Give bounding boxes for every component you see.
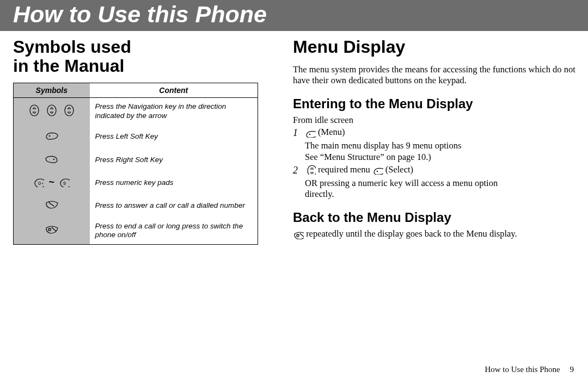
nav-key-icon: [62, 104, 76, 116]
left-soft-key-icon: [305, 128, 316, 138]
step-2-after-line2: directly.: [305, 189, 334, 199]
right-soft-key-icon: [45, 153, 59, 165]
symbols-heading: Symbols used in the Manual: [13, 38, 274, 75]
table-row: ~ Press numeric key pads: [14, 172, 258, 194]
symbols-heading-line1: Symbols used: [13, 37, 131, 57]
nav-key-icon: [27, 104, 41, 116]
table-cell-content: Press Left Soft Key: [90, 125, 258, 148]
left-soft-key-icon: [45, 129, 59, 141]
table-cell-content: Press the Navigation key in the directio…: [90, 98, 258, 125]
table-header-content: Content: [90, 83, 258, 98]
left-column: Symbols used in the Manual Symbols Conte…: [13, 38, 274, 245]
symbols-table: Symbols Content Press the Nav: [13, 83, 258, 245]
table-row: Press the Navigation key in the directio…: [14, 98, 258, 125]
step-2-after-line1: OR pressing a numeric key will access a …: [305, 178, 498, 188]
table-cell-content: Press Right Soft Key: [90, 148, 258, 172]
step-2-mid: required menu: [318, 164, 370, 176]
numeric-key-9-icon: [59, 177, 70, 187]
nav-key-icon: [305, 165, 316, 175]
footer-text: How to Use this Phone: [485, 365, 560, 374]
entering-heading: Entering to the Menu Display: [293, 96, 576, 112]
back-text: repeatedly until the display goes back t…: [306, 228, 517, 239]
tilde-icon: ~: [47, 176, 56, 189]
page-title: How to Use this Phone: [13, 1, 588, 28]
step-number: 1: [293, 127, 301, 139]
numeric-key-0-icon: [33, 177, 44, 187]
step-2: 2 required menu (Select) OR pressing a n…: [293, 164, 576, 200]
step-2-tail: (Select): [385, 164, 413, 176]
end-key-icon: [293, 230, 304, 239]
symbols-heading-line2: in the Manual: [13, 56, 124, 76]
table-cell-content: Press numeric key pads: [90, 172, 258, 194]
table-cell-content: Press to end a call or long press to swi…: [90, 218, 258, 245]
send-key-icon: [45, 199, 59, 210]
back-heading: Back to the Menu Display: [293, 210, 576, 225]
step-number: 2: [293, 164, 301, 177]
header-banner: How to Use this Phone: [0, 0, 588, 31]
back-body: repeatedly until the display goes back t…: [293, 228, 576, 240]
step-1-text: (Menu): [318, 127, 345, 138]
menu-display-intro: The menu system provides the means for a…: [293, 64, 576, 86]
table-row: Press Left Soft Key: [14, 125, 258, 148]
end-key-icon: [45, 224, 59, 236]
step-1: 1 (Menu) The main menu display has 9 men…: [293, 127, 576, 163]
entering-lead: From idle screen: [293, 115, 576, 126]
table-row: Press to answer a call or call a dialled…: [14, 194, 258, 218]
table-row: Press to end a call or long press to swi…: [14, 218, 258, 245]
left-soft-key-icon: [372, 165, 383, 175]
page-footer: How to Use this Phone 9: [485, 365, 574, 374]
table-cell-content: Press to answer a call or call a dialled…: [90, 194, 258, 218]
menu-display-heading: Menu Display: [293, 38, 576, 57]
step-1-after-line2: See “Menu Structure” on page 10.): [305, 152, 431, 162]
page-number: 9: [570, 365, 574, 374]
step-1-after-line1: The main menu display has 9 menu options: [305, 140, 461, 151]
nav-key-icon: [45, 104, 59, 116]
table-header-symbols: Symbols: [14, 83, 90, 98]
table-row: Press Right Soft Key: [14, 148, 258, 172]
right-column: Menu Display The menu system provides th…: [293, 38, 576, 245]
